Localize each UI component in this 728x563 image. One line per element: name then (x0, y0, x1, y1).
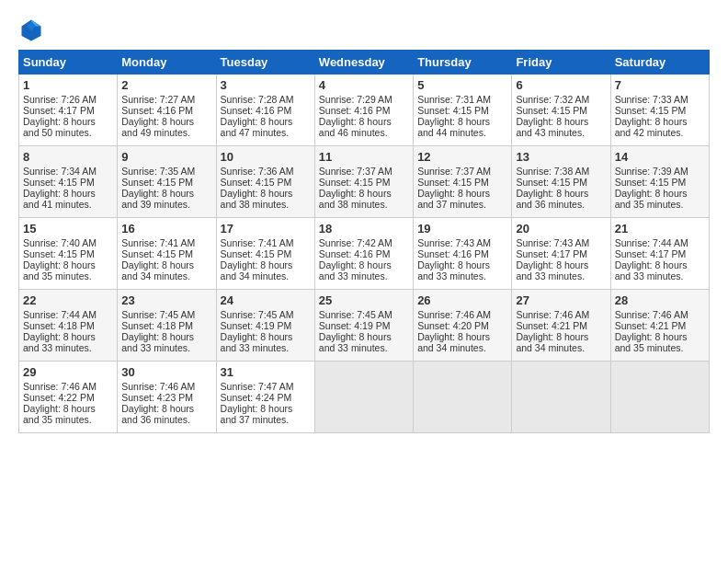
day-header-thursday: Thursday (414, 51, 512, 75)
daylight-text: Daylight: 8 hours and 41 minutes. (23, 188, 113, 210)
sunset-text: Sunset: 4:19 PM (319, 320, 409, 331)
sunrise-text: Sunrise: 7:35 AM (121, 166, 211, 177)
sunset-text: Sunset: 4:15 PM (23, 248, 113, 259)
calendar-cell (414, 362, 512, 433)
day-number: 11 (319, 150, 409, 164)
sunset-text: Sunset: 4:17 PM (23, 105, 113, 116)
day-number: 25 (319, 293, 409, 307)
daylight-text: Daylight: 8 hours and 35 minutes. (615, 188, 705, 210)
sunrise-text: Sunrise: 7:26 AM (23, 94, 113, 105)
calendar-cell (314, 362, 413, 433)
calendar-week-row: 8Sunrise: 7:34 AMSunset: 4:15 PMDaylight… (19, 146, 710, 218)
day-number: 13 (516, 150, 606, 164)
daylight-text: Daylight: 8 hours and 42 minutes. (615, 116, 705, 138)
daylight-text: Daylight: 8 hours and 35 minutes. (615, 331, 705, 353)
sunrise-text: Sunrise: 7:45 AM (319, 309, 409, 320)
sunrise-text: Sunrise: 7:27 AM (121, 94, 211, 105)
sunset-text: Sunset: 4:15 PM (23, 177, 113, 188)
sunrise-text: Sunrise: 7:28 AM (221, 94, 311, 105)
calendar-cell: 10Sunrise: 7:36 AMSunset: 4:15 PMDayligh… (216, 146, 314, 218)
daylight-text: Daylight: 8 hours and 35 minutes. (23, 259, 113, 282)
day-number: 31 (221, 365, 311, 379)
sunset-text: Sunset: 4:15 PM (121, 248, 211, 259)
daylight-text: Daylight: 8 hours and 49 minutes. (121, 116, 211, 138)
calendar-cell: 21Sunrise: 7:44 AMSunset: 4:17 PMDayligh… (610, 218, 709, 290)
day-number: 7 (615, 78, 705, 92)
sunrise-text: Sunrise: 7:40 AM (23, 237, 113, 248)
sunset-text: Sunset: 4:16 PM (417, 248, 507, 259)
calendar-cell (512, 362, 610, 433)
calendar-cell: 22Sunrise: 7:44 AMSunset: 4:18 PMDayligh… (19, 290, 118, 362)
sunrise-text: Sunrise: 7:29 AM (319, 94, 409, 105)
day-header-monday: Monday (118, 51, 216, 75)
calendar-cell: 13Sunrise: 7:38 AMSunset: 4:15 PMDayligh… (512, 146, 610, 218)
calendar-cell: 15Sunrise: 7:40 AMSunset: 4:15 PMDayligh… (19, 218, 118, 290)
sunrise-text: Sunrise: 7:46 AM (417, 309, 507, 320)
sunset-text: Sunset: 4:15 PM (516, 105, 606, 116)
daylight-text: Daylight: 8 hours and 46 minutes. (319, 116, 409, 138)
sunrise-text: Sunrise: 7:33 AM (615, 94, 705, 105)
day-number: 16 (121, 222, 211, 236)
calendar-cell: 9Sunrise: 7:35 AMSunset: 4:15 PMDaylight… (118, 146, 216, 218)
calendar-cell (610, 362, 709, 433)
sunrise-text: Sunrise: 7:42 AM (319, 237, 409, 248)
daylight-text: Daylight: 8 hours and 33 minutes. (23, 331, 113, 353)
calendar-cell: 27Sunrise: 7:46 AMSunset: 4:21 PMDayligh… (512, 290, 610, 362)
sunrise-text: Sunrise: 7:46 AM (516, 309, 606, 320)
header (18, 17, 710, 42)
day-number: 30 (121, 365, 211, 379)
daylight-text: Daylight: 8 hours and 38 minutes. (319, 188, 409, 210)
sunset-text: Sunset: 4:15 PM (516, 177, 606, 188)
sunset-text: Sunset: 4:15 PM (319, 177, 409, 188)
calendar-cell: 16Sunrise: 7:41 AMSunset: 4:15 PMDayligh… (118, 218, 216, 290)
page: SundayMondayTuesdayWednesdayThursdayFrid… (0, 0, 728, 442)
calendar-cell: 25Sunrise: 7:45 AMSunset: 4:19 PMDayligh… (314, 290, 413, 362)
calendar-cell: 12Sunrise: 7:37 AMSunset: 4:15 PMDayligh… (414, 146, 512, 218)
calendar-cell: 6Sunrise: 7:32 AMSunset: 4:15 PMDaylight… (512, 75, 610, 146)
day-number: 4 (319, 78, 409, 92)
day-number: 5 (417, 78, 507, 92)
day-number: 19 (417, 222, 507, 236)
sunset-text: Sunset: 4:16 PM (221, 105, 311, 116)
day-number: 24 (221, 293, 311, 307)
calendar-cell: 28Sunrise: 7:46 AMSunset: 4:21 PMDayligh… (610, 290, 709, 362)
logo (18, 17, 48, 42)
sunset-text: Sunset: 4:20 PM (417, 320, 507, 331)
daylight-text: Daylight: 8 hours and 34 minutes. (221, 259, 311, 282)
calendar-cell: 23Sunrise: 7:45 AMSunset: 4:18 PMDayligh… (118, 290, 216, 362)
sunset-text: Sunset: 4:15 PM (417, 105, 507, 116)
daylight-text: Daylight: 8 hours and 33 minutes. (319, 259, 409, 282)
calendar-table: SundayMondayTuesdayWednesdayThursdayFrid… (18, 50, 710, 433)
sunrise-text: Sunrise: 7:41 AM (221, 237, 311, 248)
sunset-text: Sunset: 4:21 PM (516, 320, 606, 331)
sunrise-text: Sunrise: 7:34 AM (23, 166, 113, 177)
sunset-text: Sunset: 4:18 PM (23, 320, 113, 331)
day-header-wednesday: Wednesday (314, 51, 413, 75)
sunrise-text: Sunrise: 7:43 AM (516, 237, 606, 248)
calendar-cell: 4Sunrise: 7:29 AMSunset: 4:16 PMDaylight… (314, 75, 413, 146)
sunset-text: Sunset: 4:15 PM (121, 177, 211, 188)
sunrise-text: Sunrise: 7:45 AM (121, 309, 211, 320)
calendar-cell: 2Sunrise: 7:27 AMSunset: 4:16 PMDaylight… (118, 75, 216, 146)
calendar-week-row: 15Sunrise: 7:40 AMSunset: 4:15 PMDayligh… (19, 218, 710, 290)
sunrise-text: Sunrise: 7:47 AM (221, 381, 311, 392)
daylight-text: Daylight: 8 hours and 38 minutes. (221, 188, 311, 210)
calendar-cell: 31Sunrise: 7:47 AMSunset: 4:24 PMDayligh… (216, 362, 314, 433)
calendar-cell: 26Sunrise: 7:46 AMSunset: 4:20 PMDayligh… (414, 290, 512, 362)
sunset-text: Sunset: 4:17 PM (516, 248, 606, 259)
calendar-cell: 19Sunrise: 7:43 AMSunset: 4:16 PMDayligh… (414, 218, 512, 290)
sunrise-text: Sunrise: 7:37 AM (417, 166, 507, 177)
day-header-sunday: Sunday (19, 51, 118, 75)
daylight-text: Daylight: 8 hours and 33 minutes. (615, 259, 705, 282)
logo-icon (18, 17, 44, 42)
daylight-text: Daylight: 8 hours and 37 minutes. (417, 188, 507, 210)
calendar-cell: 24Sunrise: 7:45 AMSunset: 4:19 PMDayligh… (216, 290, 314, 362)
calendar-cell: 14Sunrise: 7:39 AMSunset: 4:15 PMDayligh… (610, 146, 709, 218)
day-number: 27 (516, 293, 606, 307)
sunrise-text: Sunrise: 7:46 AM (615, 309, 705, 320)
sunset-text: Sunset: 4:15 PM (221, 177, 311, 188)
daylight-text: Daylight: 8 hours and 44 minutes. (417, 116, 507, 138)
calendar-week-row: 22Sunrise: 7:44 AMSunset: 4:18 PMDayligh… (19, 290, 710, 362)
sunset-text: Sunset: 4:17 PM (615, 248, 705, 259)
sunrise-text: Sunrise: 7:44 AM (23, 309, 113, 320)
